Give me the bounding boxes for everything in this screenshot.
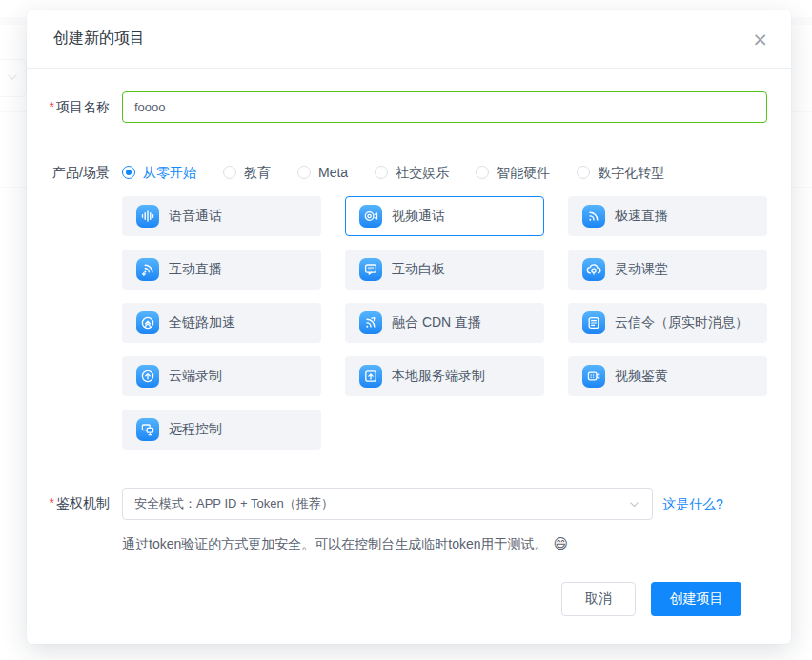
scenario-radio-label: 数字化转型 [598,163,664,182]
local-recording-icon [359,365,382,388]
scenario-radio-option[interactable]: 从零开始 [122,163,196,182]
classroom-icon [582,258,605,281]
product-card-label: 互动白板 [392,261,445,278]
radio-icon [122,166,135,179]
smiley-emoji-icon: 😄 [554,535,569,551]
project-name-label: *项目名称 [27,91,110,123]
voice-call-icon [136,205,159,228]
product-card-label: 语音通话 [169,208,222,225]
radio-icon [375,166,388,179]
create-project-button[interactable]: 创建项目 [651,582,741,616]
interactive-live-icon [136,258,159,281]
product-card[interactable]: 视频鉴黄 [568,356,767,396]
product-card-label: 融合 CDN 直播 [392,314,481,331]
scenario-radio-option[interactable]: Meta [297,163,348,182]
radio-icon [476,166,489,179]
scenario-radio-option[interactable]: 教育 [223,163,271,182]
auth-help-link[interactable]: 这是什么? [662,488,723,520]
cdn-live-icon [359,311,382,334]
modal-header: 创建新的项目 × [27,10,791,69]
product-card[interactable]: 互动直播 [122,250,321,290]
radio-icon [223,166,236,179]
signaling-icon [582,311,605,334]
product-card-label: 全链路加速 [169,314,235,331]
product-card-label: 远程控制 [169,421,222,438]
cancel-button[interactable]: 取消 [561,582,636,616]
product-card-label: 极速直播 [615,208,668,225]
scenario-radio-option[interactable]: 智能硬件 [476,163,550,182]
modal-title: 创建新的项目 [53,29,145,49]
auth-mode-select[interactable]: 安全模式：APP ID + Token（推荐） [122,488,653,520]
project-name-input[interactable] [122,91,767,123]
product-card[interactable]: 灵动课堂 [568,250,767,290]
auth-row: *鉴权机制 安全模式：APP ID + Token（推荐） 这是什么? [27,488,767,520]
scenario-label: 产品/场景 [27,163,110,182]
close-icon[interactable]: × [752,30,768,49]
product-card-label: 灵动课堂 [615,261,668,278]
scenario-radio-option[interactable]: 社交娱乐 [375,163,449,182]
fast-live-icon [582,205,605,228]
auth-label: *鉴权机制 [27,488,110,519]
video-moderation-icon [582,365,605,388]
auth-note-text: 通过token验证的方式更加安全。可以在控制台生成临时token用于测试。 [122,536,548,551]
remote-control-icon [136,418,159,441]
required-mark: * [50,495,54,510]
project-name-label-text: 项目名称 [56,99,110,114]
product-card-label: 视频通话 [392,208,445,225]
product-card[interactable]: 融合 CDN 直播 [345,303,544,343]
scenario-radio-option[interactable]: 数字化转型 [577,163,664,182]
product-card-label: 互动直播 [169,261,222,278]
product-card[interactable]: 全链路加速 [122,303,321,343]
scenario-radio-label: 教育 [244,163,271,182]
scenario-radio-label: 智能硬件 [497,163,550,182]
product-card[interactable]: 互动白板 [345,250,544,290]
scenario-row: 产品/场景 从零开始 教育 Meta 社交娱乐 智能硬件 数字化转型 [27,163,767,182]
required-mark: * [50,99,54,114]
scenario-radio-label: 社交娱乐 [396,163,449,182]
auth-note-row: 通过token验证的方式更加安全。可以在控制台生成临时token用于测试。😄 [27,533,767,554]
project-name-row: *项目名称 [27,91,767,123]
product-grid: 语音通话 视频通话 极速直播 互动直播 互动白板 灵动课堂 全链路加速 融合 C… [122,196,767,450]
product-card[interactable]: 视频通话 [345,196,544,236]
video-call-icon [359,205,382,228]
create-project-modal: 创建新的项目 × *项目名称 产品/场景 从零开始 教育 Meta 社交娱乐 智… [27,10,791,644]
modal-body: *项目名称 产品/场景 从零开始 教育 Meta 社交娱乐 智能硬件 数字化转型 [27,69,791,645]
cloud-recording-icon [136,365,159,388]
radio-icon [577,166,590,179]
scenario-label-text: 产品/场景 [52,165,110,180]
whiteboard-icon [359,258,382,281]
modal-footer: 取消 创建项目 [27,582,767,645]
scenario-radio-label: 从零开始 [143,163,196,182]
product-card[interactable]: 云信令（原实时消息） [568,303,767,343]
product-card-label: 视频鉴黄 [615,368,668,385]
chevron-down-icon [628,498,640,510]
product-card[interactable]: 语音通话 [122,196,321,236]
product-card[interactable]: 极速直播 [568,196,767,236]
auth-mode-selected-value: 安全模式：APP ID + Token（推荐） [134,495,334,512]
radio-icon [297,166,311,179]
product-card-label: 云信令（原实时消息） [615,314,748,331]
products-row: 语音通话 视频通话 极速直播 互动直播 互动白板 灵动课堂 全链路加速 融合 C… [27,196,767,450]
auth-label-text: 鉴权机制 [56,495,110,510]
product-card-label: 云端录制 [169,368,222,385]
scenario-radio-group: 从零开始 教育 Meta 社交娱乐 智能硬件 数字化转型 [122,163,767,182]
product-card[interactable]: 远程控制 [122,410,321,450]
scenario-radio-label: Meta [318,163,348,182]
product-card-label: 本地服务端录制 [392,368,485,385]
product-card[interactable]: 云端录制 [122,356,321,396]
auth-note: 通过token验证的方式更加安全。可以在控制台生成临时token用于测试。😄 [122,533,568,554]
link-acceleration-icon [136,311,159,334]
product-card[interactable]: 本地服务端录制 [345,356,544,396]
